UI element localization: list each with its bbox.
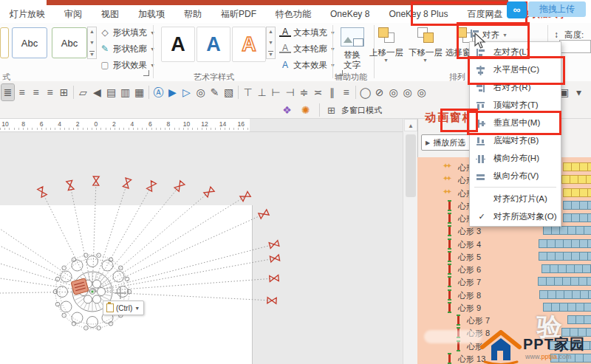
scrollbar-thumb[interactable] bbox=[406, 134, 416, 197]
anim-timeline-bar[interactable] bbox=[542, 264, 591, 273]
align-menu-item-1[interactable]: 水平居中(C) bbox=[470, 61, 561, 78]
align-menu-item-2[interactable]: 右对齐(R) bbox=[470, 78, 561, 96]
send-backward-button[interactable]: 下移一层 bbox=[409, 47, 443, 58]
anim-item-6[interactable]: 心形 4 bbox=[417, 238, 591, 250]
shape-style-thumb[interactable]: Abc bbox=[52, 27, 87, 58]
ribbon-tab-4[interactable]: 帮助 bbox=[174, 5, 211, 23]
shape-style-thumb[interactable]: Abc bbox=[12, 27, 47, 58]
anim-timeline-bar[interactable] bbox=[563, 213, 591, 222]
toolbar-icon-top-align[interactable]: ⊤ bbox=[242, 84, 254, 100]
anim-item-7[interactable]: 心形 5 bbox=[417, 250, 591, 263]
shape-style-thumb[interactable] bbox=[0, 27, 9, 58]
baidu-cloud-icon[interactable]: ∞ bbox=[507, 1, 527, 18]
anim-timeline-bar[interactable] bbox=[563, 201, 591, 210]
ribbon-tab-5[interactable]: 福昕PDF bbox=[211, 5, 266, 23]
toolbar-icon-flip-triangle[interactable]: ◀ bbox=[91, 84, 103, 100]
anim-item-10[interactable]: 心形 8 bbox=[417, 289, 591, 301]
slide-canvas[interactable] bbox=[0, 118, 403, 364]
toolbar-icon-distribute-v[interactable]: ≡ bbox=[340, 84, 352, 100]
anim-item-11[interactable]: 心形 9 bbox=[417, 301, 591, 314]
anim-item-12[interactable]: 心形 7 bbox=[417, 314, 591, 326]
align-menu-item-6[interactable]: 横向分布(H) bbox=[470, 149, 561, 167]
toolbar-icon-textbox[interactable]: Ⓐ bbox=[152, 84, 165, 100]
toolbar-icon-chart[interactable]: ▧ bbox=[222, 84, 235, 100]
toolbar-icon-ribbon-addin[interactable]: ❖ bbox=[281, 102, 293, 118]
ribbon-tab-2[interactable]: 视图 bbox=[92, 5, 129, 23]
toolbar-icon-align-right-text[interactable]: ≡ bbox=[44, 84, 56, 100]
ribbon-tab-1[interactable]: 审阅 bbox=[55, 5, 92, 23]
wordart-style[interactable]: A bbox=[161, 27, 195, 62]
anim-timeline-bar[interactable] bbox=[539, 239, 591, 248]
toolbar-icon-edit-shape[interactable]: ✎ bbox=[208, 84, 221, 100]
text-outline-button[interactable]: A 文本轮廓▼ bbox=[279, 42, 335, 55]
toolbar-icon-align-left-text[interactable]: ≡ bbox=[30, 84, 42, 100]
toolbar-icon-more[interactable]: ▾ bbox=[573, 84, 585, 100]
toolbar-icon-frame-top[interactable]: ▤ bbox=[105, 84, 117, 100]
multi-window-button[interactable]: 多窗口模式 bbox=[341, 105, 382, 116]
toolbar-icon-obj-center-h[interactable]: ≑ bbox=[298, 84, 310, 100]
alt-text-label2[interactable]: 文字 bbox=[344, 58, 361, 72]
align-menu-item-10[interactable]: ✓对齐所选对象(O) bbox=[470, 207, 561, 225]
text-effects-button[interactable]: A 文本效果▼ bbox=[279, 58, 335, 72]
alt-text-icon[interactable] bbox=[341, 27, 364, 47]
toolbar-icon-gear[interactable]: ✺ bbox=[299, 102, 312, 118]
align-menu-item-3[interactable]: 顶端对齐(T) bbox=[470, 96, 561, 114]
paste-options-button[interactable]: (Ctrl) ▼ bbox=[103, 301, 144, 315]
align-menu-item-4[interactable]: 垂直居中(M) bbox=[470, 114, 561, 131]
align-menu-item-5[interactable]: 底端对齐(B) bbox=[470, 131, 561, 149]
ribbon-tab-0[interactable]: 灯片放映 bbox=[0, 5, 55, 23]
gallery-scroll[interactable]: ▲▼▼ bbox=[87, 27, 97, 59]
toolbar-icon-obj-align-right[interactable]: ⊣ bbox=[284, 84, 296, 100]
ribbon-tab-3[interactable]: 加载项 bbox=[129, 5, 174, 23]
ribbon-tab-7[interactable]: OneKey 8 bbox=[321, 5, 379, 23]
ribbon-tab-8[interactable]: OneKey 8 Plus bbox=[379, 5, 457, 23]
align-menu-item-9[interactable]: 对齐幻灯片(A) bbox=[470, 190, 561, 207]
anim-timeline-bar[interactable] bbox=[561, 175, 591, 184]
toolbar-icon-ring-a[interactable]: ◎ bbox=[387, 84, 400, 100]
ribbon-tab-6[interactable]: 特色功能 bbox=[266, 5, 321, 23]
ribbon-tab-9[interactable]: 百度网盘 bbox=[457, 5, 512, 23]
shape-outline-button[interactable]: ✎ 形状轮廓▼ bbox=[99, 42, 155, 55]
anim-item-8[interactable]: 心形 6 bbox=[417, 263, 591, 275]
anim-item-9[interactable]: 心形 7 bbox=[417, 275, 591, 288]
toolbar-icon-shape-combo[interactable]: ◎ bbox=[194, 84, 207, 100]
toolbar-icon-oval-slash[interactable]: ⊘ bbox=[373, 84, 386, 100]
baidu-upload-badge[interactable]: ∞ 拖拽上传 bbox=[507, 1, 586, 18]
wordart-style[interactable]: A bbox=[197, 27, 230, 62]
anim-timeline-bar[interactable] bbox=[543, 226, 591, 235]
send-backward-icon[interactable] bbox=[417, 27, 434, 42]
toolbar-icon-ring-b[interactable]: ◎ bbox=[401, 84, 414, 100]
play-selected-button[interactable]: ▶ 播放所选 bbox=[421, 134, 472, 151]
toolbar-icon-obj-align-left[interactable]: ⊢ bbox=[270, 84, 282, 100]
toolbar-icon-justify[interactable]: ≣ bbox=[1, 84, 14, 100]
bring-forward-button[interactable]: 上移一层 bbox=[369, 47, 403, 58]
anim-timeline-bar[interactable] bbox=[567, 315, 591, 324]
toolbar-icon-video[interactable]: ▶ bbox=[166, 84, 179, 100]
toolbar-icon-audio[interactable]: ▷ bbox=[180, 84, 193, 100]
anim-timeline-bar[interactable] bbox=[539, 290, 591, 299]
toolbar-icon-freeform[interactable]: ▱ bbox=[77, 84, 89, 100]
align-menu-item-7[interactable]: 纵向分布(V) bbox=[470, 167, 561, 185]
toolbar-icon-text-lines[interactable]: ≡ bbox=[16, 84, 28, 100]
toolbar-icon-frame-grid[interactable]: ▦ bbox=[133, 84, 146, 100]
anim-timeline-bar[interactable] bbox=[563, 162, 591, 171]
gallery-scroll[interactable]: ▲▼▼ bbox=[266, 27, 276, 59]
toolbar-icon-oval[interactable]: ◯ bbox=[359, 84, 372, 100]
toolbar-icon-table-grid[interactable]: ⊞ bbox=[58, 84, 70, 100]
dialog-launcher-icon[interactable] bbox=[143, 70, 149, 76]
toolbar-icon-bottom-align[interactable]: ⊥ bbox=[256, 84, 268, 100]
shape-fill-button[interactable]: ◇ 形状填充▼ bbox=[99, 26, 155, 39]
toolbar-icon-frame-mid[interactable]: ▥ bbox=[119, 84, 131, 100]
toolbar-icon-distribute-h[interactable]: ∥ bbox=[326, 84, 338, 100]
anim-timeline-bar[interactable] bbox=[538, 277, 591, 286]
wordart-style[interactable]: A bbox=[232, 27, 266, 62]
toolbar-icon-obj-center-v[interactable]: ≍ bbox=[312, 84, 324, 100]
anim-timeline-bar[interactable] bbox=[563, 188, 591, 197]
height-input[interactable] bbox=[559, 40, 591, 53]
bring-forward-icon[interactable] bbox=[378, 27, 394, 42]
text-fill-button[interactable]: A 文本填充▼ bbox=[279, 26, 335, 39]
canvas-scrollbar[interactable]: ▲ bbox=[403, 118, 418, 364]
scroll-up-icon[interactable]: ▲ bbox=[404, 119, 417, 131]
anim-timeline-bar[interactable] bbox=[539, 252, 591, 261]
toolbar-icon-ring-c[interactable]: ◎ bbox=[415, 84, 428, 100]
